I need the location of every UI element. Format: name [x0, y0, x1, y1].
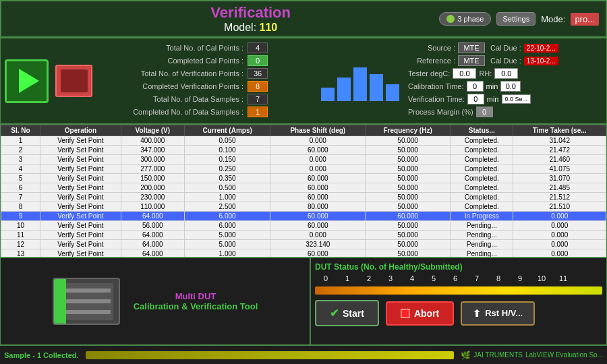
tester-row: Tester degC: 0.0 RH: 0.0 — [408, 68, 602, 79]
brand-sub: LabVIEW Evaluation So... — [525, 351, 603, 359]
bar-2 — [337, 78, 351, 101]
dut-number: 2 — [358, 274, 380, 282]
dut-number: 3 — [380, 274, 401, 282]
cell-11-2: 64.000 — [121, 240, 184, 249]
tool-label: Multi DUT Calibration & Verification Too… — [134, 291, 258, 311]
col-voltage: Voltage (V) — [121, 125, 184, 136]
cell-8-2: 64.000 — [121, 212, 184, 221]
cell-2-3: 0.150 — [184, 155, 270, 164]
cell-0-3: 0.050 — [184, 136, 270, 146]
mode-value: pro... — [571, 13, 599, 26]
table-header-row: Sl. No Operation Voltage (V) Current (Am… — [1, 125, 606, 136]
col-phase: Phase Shift (deg) — [270, 125, 366, 136]
top-left — [1, 38, 109, 123]
dut-status-label: DUT Status (No. of Healthy/Submitted) — [315, 262, 602, 272]
col-op: Operation — [40, 125, 121, 136]
footer-status: Sample - 1 Collected. — [4, 351, 79, 359]
cell-6-5: 50.000 — [366, 193, 451, 202]
dut-number: 8 — [488, 274, 509, 282]
cell-3-3: 0.250 — [184, 164, 270, 174]
table-row: 6Verify Set Point200.0000.50060.00050.00… — [1, 183, 606, 193]
cell-5-6: Completed. — [451, 183, 513, 193]
footer-ruler — [86, 351, 455, 359]
cell-4-2: 150.000 — [121, 174, 184, 183]
footer-brand: 🌿 JAI TRUMENTS LabVIEW Evaluation So... — [461, 351, 603, 360]
device-body — [63, 283, 113, 320]
cell-1-5: 50.000 — [366, 146, 451, 155]
cell-0-0: 1 — [1, 136, 40, 146]
completed-data-row: Completed No. of Data Samples : 1 — [115, 107, 310, 117]
play-icon-bg — [5, 59, 49, 103]
mode-label: Mode: — [541, 14, 565, 24]
rst-icon: ⬆ — [473, 308, 481, 319]
cell-3-0: 4 — [1, 164, 40, 174]
cell-12-7: 0.000 — [513, 249, 606, 258]
table-body: 1Verify Set Point400.0000.0500.00050.000… — [1, 136, 606, 258]
cell-7-7: 21.510 — [513, 202, 606, 212]
stop-icon — [401, 309, 410, 318]
bar-3 — [353, 67, 367, 101]
table-row: 4Verify Set Point277.0000.2500.00050.000… — [1, 164, 606, 174]
table-row: 8Verify Set Point110.0002.50080.00050.00… — [1, 202, 606, 212]
start-button[interactable]: ✔ Start — [315, 300, 379, 326]
cell-0-7: 31.042 — [513, 136, 606, 146]
table-row: 2Verify Set Point347.0000.10060.00050.00… — [1, 146, 606, 155]
table-row: 5Verify Set Point150.0000.35060.00050.00… — [1, 174, 606, 183]
rst-button[interactable]: ⬆ Rst H/V... — [461, 301, 535, 326]
cell-1-7: 21.472 — [513, 146, 606, 155]
cell-12-2: 64.000 — [121, 249, 184, 258]
cell-10-5: 50.000 — [366, 231, 451, 240]
tool-cal-label: Calibration & Verification Tool — [134, 301, 258, 311]
bar-chart — [321, 61, 399, 101]
completed-cal-row: Completed Cal Points : 0 — [115, 55, 310, 66]
action-buttons: ✔ Start Abort ⬆ Rst H/V... — [315, 300, 602, 326]
table-row: 3Verify Set Point300.0000.1500.00050.000… — [1, 155, 606, 164]
cell-1-0: 2 — [1, 146, 40, 155]
settings-button[interactable]: Settings — [496, 12, 536, 26]
cell-3-1: Verify Set Point — [40, 164, 121, 174]
dut-number: 6 — [444, 274, 466, 282]
bar-chart-area — [316, 38, 404, 123]
col-current: Current (Amps) — [184, 125, 270, 136]
cell-1-1: Verify Set Point — [40, 146, 121, 155]
col-sl: Sl. No — [1, 125, 40, 136]
cell-3-6: Completed. — [451, 164, 513, 174]
phase-button[interactable]: 3 phase — [439, 12, 491, 26]
cell-4-1: Verify Set Point — [40, 174, 121, 183]
cell-6-1: Verify Set Point — [40, 193, 121, 202]
cell-11-1: Verify Set Point — [40, 240, 121, 249]
table-row: 7Verify Set Point230.0001.00060.00050.00… — [1, 193, 606, 202]
cell-12-5: 50.000 — [366, 249, 451, 258]
cell-8-7: 0.000 — [513, 212, 606, 221]
play-button-area[interactable] — [5, 59, 49, 103]
table-row: 11Verify Set Point64.0005.0000.00050.000… — [1, 231, 606, 240]
dut-number: 7 — [466, 274, 488, 282]
cell-12-0: 13 — [1, 249, 40, 258]
cell-5-3: 0.500 — [184, 183, 270, 193]
cell-2-2: 300.000 — [121, 155, 184, 164]
cell-5-5: 50.000 — [366, 183, 451, 193]
bar-4 — [370, 74, 383, 101]
cell-4-6: Completed. — [451, 174, 513, 183]
data-table-section: Sl. No Operation Voltage (V) Current (Am… — [0, 124, 607, 257]
cell-2-5: 50.000 — [366, 155, 451, 164]
bar-5 — [386, 84, 399, 101]
cell-9-6: Pending... — [451, 221, 513, 231]
abort-button[interactable]: Abort — [386, 301, 454, 326]
cell-10-1: Verify Set Point — [40, 231, 121, 240]
bottom-section: Multi DUT Calibration & Verification Too… — [0, 257, 607, 345]
cell-12-1: Verify Set Point — [40, 249, 121, 258]
cell-6-3: 1.000 — [184, 193, 270, 202]
cell-8-6: In Progress — [451, 212, 513, 221]
cell-0-1: Verify Set Point — [40, 136, 121, 146]
col-time: Time Taken (se... — [513, 125, 606, 136]
header-title: Verification Model: 110 — [62, 4, 439, 34]
table-row: 12Verify Set Point64.0005.000323.14050.0… — [1, 240, 606, 249]
brand-logo: 🌿 — [461, 351, 471, 360]
phase-dot — [446, 15, 455, 23]
process-row: Process Margin (%) 0 — [408, 107, 602, 117]
header: Verification Model: 110 3 phase Settings… — [0, 0, 607, 38]
cell-9-7: 0.000 — [513, 221, 606, 231]
dut-number: 11 — [552, 274, 574, 282]
bottom-right: DUT Status (No. of Healthy/Submitted) 01… — [311, 258, 606, 344]
